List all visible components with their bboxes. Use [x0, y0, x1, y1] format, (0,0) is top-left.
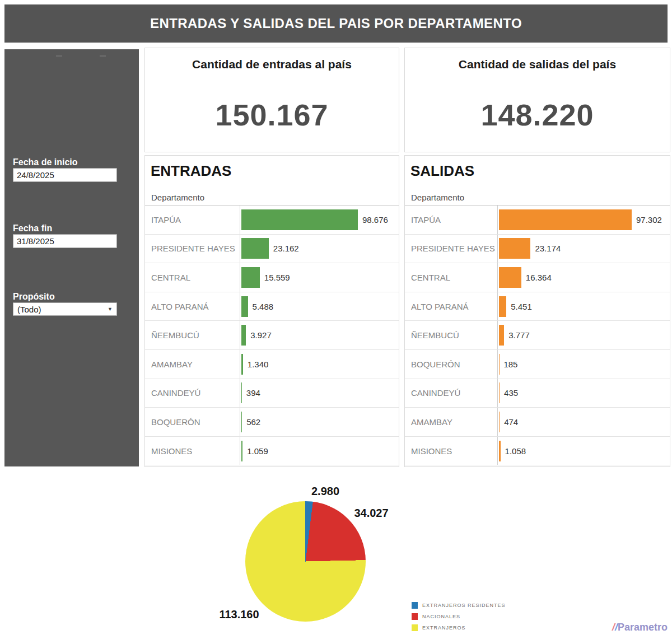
dashboard-title-bar: ENTRADAS Y SALIDAS DEL PAIS POR DEPARTAM… [4, 4, 668, 43]
bar-value: 562 [246, 417, 260, 427]
legend-item[interactable]: EXTRANJEROS RESIDENTES [412, 600, 506, 611]
legend-swatch [412, 613, 418, 620]
department-label: CANINDEYÚ [405, 379, 498, 408]
bar[interactable] [499, 209, 632, 230]
table-row: MISIONES1.059 [145, 437, 399, 466]
bar-cell: 23.162 [240, 235, 399, 263]
logo-text: Parametro [618, 622, 668, 633]
table-row: ÑEEMBUCÚ3.777 [405, 321, 670, 350]
legend-swatch [412, 602, 418, 609]
table-row: PRESIDENTE HAYES23.162 [145, 235, 399, 264]
bar[interactable] [241, 441, 242, 461]
proposito-select[interactable]: (Todo) ▼ [13, 302, 117, 316]
table-row: ALTO PARANÁ5.488 [145, 292, 399, 321]
dashboard-title: ENTRADAS Y SALIDAS DEL PAIS POR DEPARTAM… [150, 16, 522, 31]
bar-value: 97.302 [636, 215, 662, 225]
department-label: BOQUERÓN [145, 408, 240, 436]
bar[interactable] [499, 412, 500, 432]
bar[interactable] [499, 325, 504, 346]
bar-value: 3.927 [250, 330, 272, 340]
department-label: ÑEEMBUCÚ [405, 321, 498, 349]
bar[interactable] [499, 382, 500, 403]
legend-label: NACIONALES [422, 614, 460, 619]
bar[interactable] [241, 238, 269, 259]
department-label: CENTRAL [405, 263, 498, 292]
table-row: CENTRAL15.559 [145, 263, 399, 292]
bar-value: 3.777 [508, 330, 530, 340]
table-row: BOQUERÓN185 [405, 350, 670, 379]
bar-cell: 3.777 [498, 321, 670, 349]
table-row: BOQUERÓN562 [145, 408, 399, 437]
bar-cell: 394 [240, 379, 399, 408]
bar-value: 5.488 [253, 302, 274, 311]
table-row: CANINDEYÚ435 [405, 379, 670, 408]
bar-value: 394 [246, 388, 260, 398]
filter-sidebar: Fecha de inicio Fecha fin Propósito (Tod… [4, 49, 139, 466]
salidas-bar-chart-panel: SALIDAS Departamento ITAPÚA97.302PRESIDE… [404, 155, 670, 467]
department-label: CENTRAL [145, 263, 240, 292]
bar[interactable] [499, 267, 521, 288]
table-row: AMAMBAY1.340 [145, 350, 399, 379]
bar[interactable] [241, 382, 242, 403]
bar-cell: 1.058 [498, 437, 670, 465]
fecha-fin-input[interactable] [13, 234, 117, 248]
pie-label-extranjeros: 113.160 [219, 608, 259, 621]
table-row: AMAMBAY474 [405, 408, 670, 437]
kpi-entradas-value: 150.167 [145, 97, 399, 132]
bar-cell: 562 [240, 408, 399, 436]
department-label: PRESIDENTE HAYES [405, 235, 498, 263]
legend-item[interactable]: NACIONALES [412, 611, 506, 622]
entradas-column-header: Departamento [151, 193, 204, 202]
table-row: ITAPÚA98.676 [145, 206, 399, 235]
department-label: MISIONES [145, 437, 240, 465]
legend-label: EXTRANJEROS RESIDENTES [422, 603, 506, 608]
bar-cell: 435 [498, 379, 670, 408]
kpi-entradas-title: Cantidad de entradas al país [145, 58, 399, 71]
legend-label: EXTRANJEROS [422, 625, 466, 631]
bar-value: 15.559 [264, 273, 290, 282]
bar-value: 23.162 [273, 244, 299, 253]
bar-value: 474 [504, 417, 518, 427]
bar[interactable] [241, 267, 260, 288]
bar-cell: 97.302 [498, 206, 670, 234]
bar[interactable] [499, 441, 501, 461]
kpi-salidas-title: Cantidad de salidas del país [405, 58, 670, 71]
salidas-panel-title: SALIDAS [410, 162, 474, 180]
bar-cell: 185 [498, 350, 670, 379]
bar-cell: 5.451 [498, 292, 670, 321]
bar[interactable] [241, 325, 246, 346]
department-label: AMAMBAY [405, 408, 498, 436]
bar-cell: 23.174 [498, 235, 670, 263]
bar-value: 1.058 [505, 446, 526, 456]
entradas-panel-title: ENTRADAS [151, 162, 231, 180]
bar-cell: 1.059 [240, 437, 399, 465]
bar-value: 435 [504, 388, 518, 398]
pie-legend: EXTRANJEROS RESIDENTESNACIONALESEXTRANJE… [412, 600, 506, 633]
bar[interactable] [499, 296, 506, 317]
department-label: AMAMBAY [145, 350, 240, 379]
salidas-column-header: Departamento [411, 193, 464, 202]
table-row: ÑEEMBUCÚ3.927 [145, 321, 399, 350]
pie-chart[interactable] [245, 501, 366, 622]
legend-item[interactable]: EXTRANJEROS [412, 622, 506, 633]
bar-value: 23.174 [535, 244, 561, 253]
sidebar-artifact [56, 55, 62, 57]
dashboard: ENTRADAS Y SALIDAS DEL PAIS POR DEPARTAM… [0, 0, 672, 644]
department-label: ITAPÚA [405, 206, 498, 234]
fecha-fin-label: Fecha fin [13, 223, 52, 234]
bar[interactable] [241, 209, 358, 230]
parametro-logo: //Parametro [612, 622, 668, 633]
table-row: CENTRAL16.364 [405, 263, 670, 292]
bar[interactable] [241, 296, 248, 317]
fecha-inicio-input[interactable] [13, 168, 117, 182]
bar-value: 1.059 [247, 446, 268, 456]
department-label: ALTO PARANÁ [145, 292, 240, 321]
table-row: CANINDEYÚ394 [145, 379, 399, 408]
bar[interactable] [499, 238, 530, 259]
pie-label-extranjeros-residentes: 2.980 [311, 485, 339, 498]
bar[interactable] [241, 412, 242, 432]
bar[interactable] [241, 354, 243, 375]
department-label: ITAPÚA [145, 206, 240, 234]
bar-cell: 1.340 [240, 350, 399, 379]
bar-cell: 15.559 [240, 263, 399, 292]
